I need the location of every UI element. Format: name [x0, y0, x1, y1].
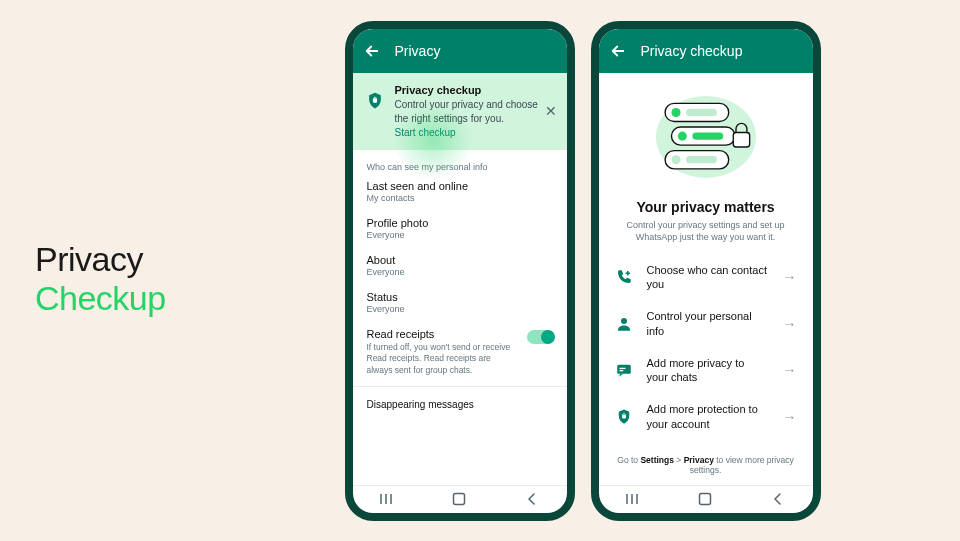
appbar-title: Privacy — [395, 43, 441, 59]
svg-point-15 — [671, 155, 680, 164]
option-label: Choose who can contact you — [647, 263, 769, 292]
setting-label: About — [367, 254, 553, 266]
svg-rect-16 — [686, 156, 717, 163]
setting-status[interactable]: Status Everyone — [367, 291, 553, 314]
appbar: Privacy — [353, 29, 567, 73]
promo-line2: Checkup — [35, 279, 166, 318]
nav-home-icon[interactable] — [697, 491, 713, 507]
checkup-options: Choose who can contact you → Control you… — [599, 254, 813, 440]
promo-line1: Privacy — [35, 240, 166, 279]
option-label: Control your personal info — [647, 309, 769, 338]
nav-recent-icon[interactable] — [380, 491, 396, 507]
setting-profile-photo[interactable]: Profile photo Everyone — [367, 217, 553, 240]
setting-desc: If turned off, you won't send or receive… — [367, 342, 519, 376]
hero-subtitle: Control your privacy settings and set up… — [599, 215, 813, 254]
setting-value: Everyone — [367, 304, 553, 314]
svg-point-17 — [621, 318, 627, 324]
setting-label: Status — [367, 291, 553, 303]
appbar-title: Privacy checkup — [641, 43, 743, 59]
toggle-switch[interactable] — [527, 330, 553, 344]
hero-illustration — [599, 73, 813, 193]
phone-privacy-settings: Privacy Privacy checkup Control your pri… — [345, 21, 575, 521]
chevron-right-icon: → — [783, 409, 797, 425]
option-account-protection[interactable]: Add more protection to your account → — [615, 393, 797, 440]
privacy-checkup-banner[interactable]: Privacy checkup Control your privacy and… — [353, 73, 567, 150]
option-label: Add more protection to your account — [647, 402, 769, 431]
lock-shield-icon — [365, 91, 385, 111]
footnote-text: > — [674, 455, 684, 465]
svg-rect-18 — [617, 365, 631, 374]
divider — [353, 386, 567, 387]
svg-point-11 — [677, 131, 686, 140]
person-icon — [615, 315, 633, 333]
phone-plus-icon — [615, 268, 633, 286]
setting-value: Everyone — [367, 267, 553, 277]
svg-rect-26 — [700, 494, 711, 505]
nav-back-icon[interactable] — [769, 491, 785, 507]
svg-rect-19 — [619, 368, 625, 369]
footnote: Go to Settings > Privacy to view more pr… — [599, 445, 813, 485]
phone-privacy-checkup: Privacy checkup Your — [591, 21, 821, 521]
nav-home-icon[interactable] — [451, 491, 467, 507]
banner-text: Control your privacy and choose the righ… — [395, 98, 555, 125]
setting-disappearing[interactable]: Disappearing messages — [367, 395, 553, 414]
nav-recent-icon[interactable] — [626, 491, 642, 507]
footnote-settings: Settings — [640, 455, 674, 465]
hero-title: Your privacy matters — [599, 199, 813, 215]
setting-label: Last seen and online — [367, 180, 553, 192]
footnote-text: Go to — [617, 455, 640, 465]
option-chats-privacy[interactable]: Add more privacy to your chats → — [615, 347, 797, 394]
setting-label: Read receipts — [367, 328, 519, 340]
promo-title: Privacy Checkup — [35, 240, 166, 318]
setting-read-receipts[interactable]: Read receipts If turned off, you won't s… — [367, 328, 553, 376]
start-checkup-link[interactable]: Start checkup — [395, 126, 555, 140]
option-contact[interactable]: Choose who can contact you → — [615, 254, 797, 301]
footnote-privacy: Privacy — [684, 455, 714, 465]
settings-list[interactable]: Who can see my personal info Last seen a… — [353, 150, 567, 485]
setting-label: Profile photo — [367, 217, 553, 229]
android-navbar — [599, 485, 813, 513]
svg-rect-12 — [692, 132, 723, 139]
svg-point-8 — [671, 107, 680, 116]
banner-title: Privacy checkup — [395, 83, 555, 98]
chevron-right-icon: → — [783, 269, 797, 285]
section-header: Who can see my personal info — [367, 162, 553, 172]
lock-shield-icon — [615, 408, 633, 426]
svg-rect-13 — [733, 132, 749, 147]
chevron-right-icon: → — [783, 362, 797, 378]
nav-back-icon[interactable] — [523, 491, 539, 507]
appbar: Privacy checkup — [599, 29, 813, 73]
back-arrow-icon[interactable] — [609, 42, 627, 60]
setting-value: My contacts — [367, 193, 553, 203]
banner-body: Privacy checkup Control your privacy and… — [395, 83, 555, 140]
svg-rect-5 — [454, 494, 465, 505]
svg-rect-9 — [686, 108, 717, 115]
option-label: Add more privacy to your chats — [647, 356, 769, 385]
chevron-right-icon: → — [783, 316, 797, 332]
close-icon[interactable]: ✕ — [545, 104, 557, 118]
back-arrow-icon[interactable] — [363, 42, 381, 60]
setting-value: Everyone — [367, 230, 553, 240]
option-personal-info[interactable]: Control your personal info → — [615, 300, 797, 347]
setting-last-seen[interactable]: Last seen and online My contacts — [367, 180, 553, 203]
svg-rect-20 — [619, 370, 623, 371]
setting-about[interactable]: About Everyone — [367, 254, 553, 277]
chat-icon — [615, 361, 633, 379]
android-navbar — [353, 485, 567, 513]
